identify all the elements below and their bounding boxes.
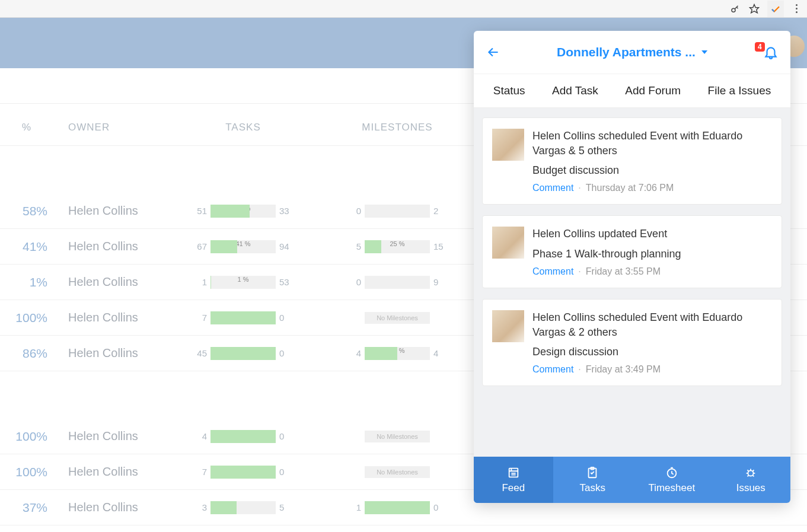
feed-title: Helen Collins updated Event <box>532 227 772 241</box>
col-header-owner: OWNER <box>53 122 175 133</box>
cell-owner: Helen Collins <box>53 501 175 514</box>
tasks-progress-bar <box>210 501 276 514</box>
nav-timesheet[interactable]: Timesheet <box>632 457 712 503</box>
ms-progress-bar: 25 % <box>365 240 430 253</box>
feed-icon <box>507 466 520 479</box>
feed-avatar <box>492 227 524 259</box>
notification-badge: 4 <box>755 42 765 52</box>
notifications-button[interactable]: 4 <box>763 44 779 60</box>
ms-right-count: 4 <box>433 348 448 358</box>
cell-tasks: 40 <box>175 430 311 443</box>
tab-add-forum[interactable]: Add Forum <box>625 84 681 97</box>
cell-tasks: 5160 %33 <box>175 205 311 218</box>
nav-feed[interactable]: Feed <box>474 457 553 503</box>
tasks-right-count: 53 <box>279 277 294 287</box>
cell-owner: Helen Collins <box>53 465 175 479</box>
cell-percent: 86% <box>0 346 53 361</box>
feed-body[interactable]: Helen Collins scheduled Event with Eduar… <box>474 108 790 457</box>
no-milestones-label: No Milestones <box>365 431 430 442</box>
tasks-progress-bar: 1 % <box>210 276 276 289</box>
comment-link[interactable]: Comment <box>532 364 573 375</box>
cell-owner: Helen Collins <box>53 429 175 443</box>
ms-progress-bar: 50 % <box>365 347 430 360</box>
col-header-tasks: TASKS <box>175 122 311 133</box>
no-milestones-label: No Milestones <box>365 312 430 324</box>
issues-icon <box>744 466 757 479</box>
tasks-progress-bar <box>210 430 276 443</box>
cell-percent: 37% <box>0 501 53 515</box>
tasks-progress-bar <box>210 311 276 324</box>
feed-avatar <box>492 310 524 342</box>
cell-owner: Helen Collins <box>53 311 175 324</box>
nav-tasks[interactable]: Tasks <box>553 457 633 503</box>
cell-milestones: No Milestones <box>311 466 483 478</box>
feed-avatar <box>492 129 524 161</box>
panel-action-tabs: Status Add Task Add Forum File a Issues <box>474 74 790 108</box>
timesheet-icon <box>665 466 678 479</box>
ms-right-count: 15 <box>433 241 448 251</box>
ms-progress-bar <box>365 276 430 289</box>
tasks-right-count: 94 <box>279 241 294 251</box>
cell-owner: Helen Collins <box>53 275 175 289</box>
feed-card[interactable]: Helen Collins updated EventPhase 1 Walk-… <box>482 215 782 288</box>
feed-timestamp: Friday at 3:49 PM <box>586 364 661 375</box>
cell-percent: 100% <box>0 311 53 325</box>
panel-bottom-nav: Feed Tasks Timesheet Issues <box>474 457 790 503</box>
col-header-percent: % <box>0 122 53 133</box>
project-title: Donnelly Apartments ... <box>557 45 696 59</box>
cell-milestones: 02 <box>311 205 483 218</box>
cell-milestones: 525 %15 <box>311 240 483 253</box>
tab-file-issue[interactable]: File a Issues <box>708 84 771 97</box>
cell-owner: Helen Collins <box>53 346 175 360</box>
cell-percent: 41% <box>0 240 53 254</box>
feed-meta: Comment·Friday at 3:55 PM <box>532 266 772 277</box>
cell-milestones: 450 %4 <box>311 347 483 360</box>
project-title-dropdown[interactable]: Donnelly Apartments ... <box>557 45 707 59</box>
ms-right-count: 2 <box>433 206 448 216</box>
cell-owner: Helen Collins <box>53 240 175 253</box>
tasks-left-count: 7 <box>192 467 207 477</box>
extension-icon[interactable] <box>767 1 784 17</box>
cell-percent: 1% <box>0 275 53 289</box>
svg-marker-1 <box>750 4 759 12</box>
feed-card[interactable]: Helen Collins scheduled Event with Eduar… <box>482 299 782 386</box>
ms-right-count: 0 <box>433 502 448 512</box>
tasks-left-count: 67 <box>192 241 207 251</box>
browser-menu-icon[interactable] <box>791 4 802 13</box>
feed-meta: Comment·Thursday at 7:06 PM <box>532 183 772 193</box>
ms-progress-bar <box>365 205 430 218</box>
cell-tasks: 6741 %94 <box>175 240 311 253</box>
star-icon[interactable] <box>748 3 760 15</box>
feed-title: Helen Collins scheduled Event with Eduar… <box>532 310 772 340</box>
back-arrow-icon[interactable] <box>486 44 501 60</box>
cell-tasks: 70 <box>175 466 311 479</box>
comment-link[interactable]: Comment <box>532 183 573 193</box>
tasks-right-count: 5 <box>279 502 294 512</box>
tasks-right-count: 0 <box>279 348 294 358</box>
tasks-icon <box>586 466 599 479</box>
ms-left-count: 4 <box>346 348 361 358</box>
ms-left-count: 1 <box>346 502 361 512</box>
tasks-right-count: 33 <box>279 206 294 216</box>
cell-tasks: 450 <box>175 347 311 360</box>
tasks-left-count: 51 <box>192 206 207 216</box>
ms-progress-bar <box>365 501 430 514</box>
tasks-left-count: 7 <box>192 313 207 323</box>
ms-left-count: 0 <box>346 206 361 216</box>
feed-card[interactable]: Helen Collins scheduled Event with Eduar… <box>482 117 782 205</box>
feed-subtitle: Phase 1 Walk-through planning <box>532 248 772 260</box>
cell-milestones: 10 <box>311 501 483 514</box>
feed-subtitle: Budget discussion <box>532 164 772 177</box>
tab-status[interactable]: Status <box>493 84 525 97</box>
comment-link[interactable]: Comment <box>532 266 573 277</box>
tasks-left-count: 45 <box>192 348 207 358</box>
tasks-right-count: 0 <box>279 431 294 441</box>
browser-chrome <box>0 0 807 18</box>
tab-add-task[interactable]: Add Task <box>552 84 598 97</box>
cell-tasks: 70 <box>175 311 311 324</box>
col-header-milestones: MILESTONES <box>311 122 483 133</box>
ms-left-count: 0 <box>346 277 361 287</box>
nav-issues[interactable]: Issues <box>712 457 791 503</box>
key-icon[interactable] <box>729 3 741 15</box>
no-milestones-label: No Milestones <box>365 466 430 478</box>
